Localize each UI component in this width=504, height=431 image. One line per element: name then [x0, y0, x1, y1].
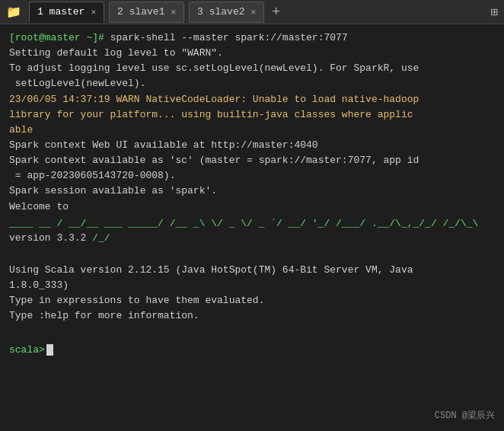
terminal-line-15: Type :help for more information.	[9, 308, 495, 324]
scala-prompt: scala>	[9, 343, 45, 358]
terminal-line-2: To adjust logging level use sc.setLogLev…	[9, 61, 495, 76]
tab-slave2[interactable]: 3 slave2 ✕	[189, 2, 264, 23]
terminal-line-7: Spark context Web UI available at http:/…	[9, 138, 495, 153]
title-bar-right: ⊞	[490, 5, 498, 20]
terminal-line-8: Spark context available as 'sc' (master …	[9, 153, 495, 168]
tab-master[interactable]: 1 master ✕	[29, 2, 104, 23]
grid-icon[interactable]: ⊞	[490, 5, 498, 20]
terminal: [root@master ~]# spark-shell --master sp…	[0, 24, 504, 431]
tab-slave2-label: 3 slave2	[197, 6, 244, 18]
tab-master-label: 1 master	[37, 6, 85, 18]
folder-icon: 📁	[6, 5, 21, 20]
spark-logo: ____ __ / __/__ ___ _____/ /__ _\ \/ _ \…	[9, 216, 495, 246]
terminal-line-12: Using Scala version 2.12.15 (Java HotSpo…	[9, 263, 495, 278]
terminal-line-4: 23/06/05 14:37:19 WARN NativeCodeLoader:…	[9, 92, 495, 107]
tab-slave2-close[interactable]: ✕	[251, 7, 257, 17]
terminal-line-3: setLogLevel(newLevel).	[9, 76, 495, 91]
terminal-line-0: [root@master ~]# spark-shell --master sp…	[9, 30, 495, 46]
tab-slave1-close[interactable]: ✕	[171, 7, 176, 17]
terminal-blank-2	[9, 324, 495, 339]
terminal-line-1: Setting default log level to "WARN".	[9, 46, 495, 61]
tabs-container: 📁 1 master ✕ 2 slave1 ✕ 3 slave2 ✕ +	[6, 2, 283, 23]
prompt-line: scala>	[9, 343, 495, 358]
title-bar: 📁 1 master ✕ 2 slave1 ✕ 3 slave2 ✕ + ⊞	[0, 0, 504, 24]
terminal-line-5: library for your platform... using built…	[9, 107, 495, 123]
add-tab-button[interactable]: +	[269, 5, 283, 20]
tab-slave1[interactable]: 2 slave1 ✕	[109, 2, 184, 23]
tab-master-close[interactable]: ✕	[91, 7, 96, 17]
terminal-line-6: able	[9, 123, 495, 138]
cursor	[46, 344, 53, 356]
terminal-line-10: Spark session available as 'spark'.	[9, 184, 495, 199]
terminal-line-13: 1.8.0_333)	[9, 278, 495, 293]
watermark: CSDN @梁辰兴	[435, 409, 495, 423]
tab-slave1-label: 2 slave1	[117, 6, 164, 18]
terminal-blank-1	[9, 247, 495, 263]
terminal-line-11: Welcome to	[9, 200, 495, 215]
terminal-line-9: = app-20230605143720-0008).	[9, 168, 495, 184]
terminal-line-14: Type in expressions to have them evaluat…	[9, 293, 495, 308]
